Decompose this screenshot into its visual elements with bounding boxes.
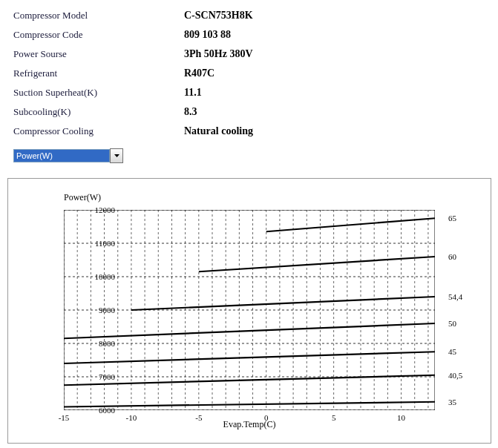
spec-table: Compressor Model C-SCN753H8K Compressor … xyxy=(13,6,488,141)
spec-row: Compressor Code 809 103 88 xyxy=(13,25,488,45)
spec-label: Compressor Cooling xyxy=(13,125,184,137)
series-label: 65 xyxy=(448,214,456,223)
y-tick-label: 12000 xyxy=(71,205,115,214)
y-tick-label: 9000 xyxy=(71,306,115,314)
spec-row: Compressor Model C-SCN753H8K xyxy=(13,6,488,25)
spec-value: 8.3 xyxy=(184,106,197,118)
spec-label: Compressor Model xyxy=(13,10,184,22)
series-label: 54,4 xyxy=(448,292,462,301)
spec-label: Compressor Code xyxy=(13,29,184,41)
svg-marker-0 xyxy=(114,154,119,157)
x-tick-label: 5 xyxy=(319,413,349,422)
y-tick-label: 11000 xyxy=(71,239,115,248)
chevron-down-icon xyxy=(114,154,119,157)
spec-value: 809 103 88 xyxy=(184,29,231,41)
y-tick-label: 8000 xyxy=(71,339,115,348)
x-tick-label: -5 xyxy=(184,413,214,422)
series-label: 60 xyxy=(448,252,456,261)
variable-select-value[interactable]: Power(W) xyxy=(13,149,110,162)
x-tick-label: -15 xyxy=(49,413,79,422)
spec-value: C-SCN753H8K xyxy=(184,10,253,22)
chart-x-title: Evap.Temp(C) xyxy=(8,419,491,430)
spec-value: 11.1 xyxy=(184,87,202,99)
spec-row: Subcooling(K) 8.3 xyxy=(13,102,488,122)
chart-plot xyxy=(64,210,435,410)
spec-label: Subcooling(K) xyxy=(13,106,184,118)
y-tick-label: 7000 xyxy=(71,372,115,381)
series-label: 40,5 xyxy=(448,371,462,380)
y-tick-label: 10000 xyxy=(71,272,115,281)
variable-select[interactable]: Power(W) xyxy=(13,148,123,163)
spec-row: Refrigerant R407C xyxy=(13,64,488,83)
series-label: 45 xyxy=(448,347,456,356)
chart-y-title: Power(W) xyxy=(64,192,101,203)
series-label: 35 xyxy=(448,398,456,406)
chart-panel: Power(W) Evap.Temp(C) 600070008000900010… xyxy=(7,178,491,444)
spec-row: Suction Superheat(K) 11.1 xyxy=(13,83,488,102)
x-tick-label: 0 xyxy=(252,413,281,422)
spec-value: Natural cooling xyxy=(184,125,253,137)
dropdown-button[interactable] xyxy=(110,148,123,163)
x-tick-label: -10 xyxy=(117,413,146,422)
spec-row: Power Sourse 3Ph 50Hz 380V xyxy=(13,45,488,64)
series-label: 50 xyxy=(448,319,456,328)
spec-label: Refrigerant xyxy=(13,67,184,79)
spec-value: 3Ph 50Hz 380V xyxy=(184,48,253,60)
spec-label: Power Sourse xyxy=(13,48,184,60)
spec-label: Suction Superheat(K) xyxy=(13,87,184,99)
spec-row: Compressor Cooling Natural cooling xyxy=(13,122,488,141)
x-tick-label: 10 xyxy=(387,413,416,422)
spec-value: R407C xyxy=(184,67,214,79)
